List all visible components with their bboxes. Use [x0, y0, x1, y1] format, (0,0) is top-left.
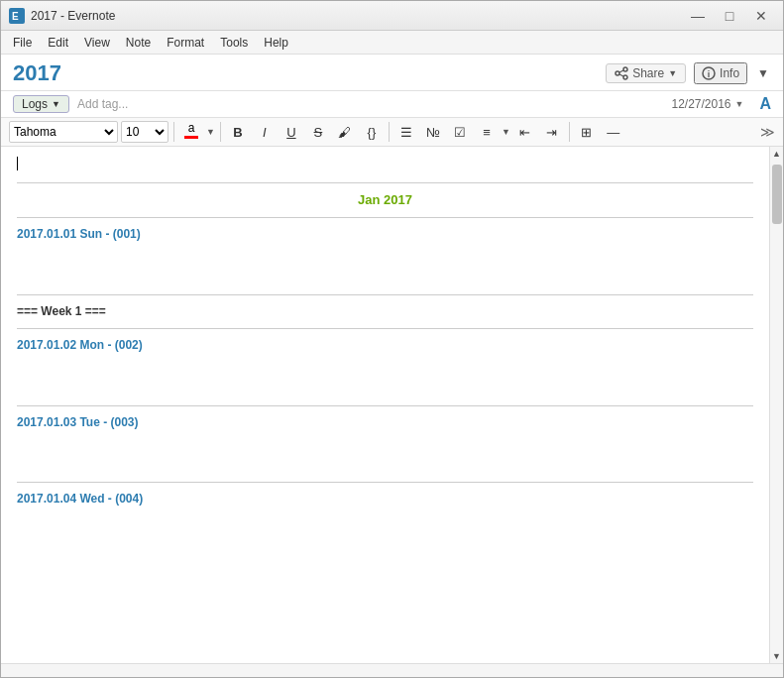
- font-size-icon[interactable]: A: [759, 95, 771, 113]
- bold-button[interactable]: B: [226, 121, 250, 143]
- color-dropdown-icon: ▼: [206, 127, 215, 137]
- scroll-up-arrow[interactable]: ▲: [770, 147, 784, 161]
- horizontal-scrollbar[interactable]: [1, 663, 783, 677]
- month-heading: Jan 2017: [17, 191, 753, 209]
- divider-003: [17, 482, 753, 483]
- minimize-button[interactable]: —: [684, 6, 712, 26]
- svg-line-6: [619, 74, 623, 76]
- info-button[interactable]: i Info: [694, 62, 747, 84]
- share-button[interactable]: Share ▼: [606, 63, 686, 83]
- bullet-list-button[interactable]: ☰: [394, 121, 418, 143]
- close-button[interactable]: ✕: [747, 6, 775, 26]
- text-cursor: [17, 157, 18, 170]
- svg-text:E: E: [12, 11, 19, 22]
- font-family-select[interactable]: Tahoma: [9, 121, 118, 143]
- menu-edit[interactable]: Edit: [40, 34, 76, 52]
- maximize-button[interactable]: □: [716, 6, 743, 26]
- divider-top: [17, 182, 753, 183]
- svg-point-3: [623, 75, 627, 79]
- code-button[interactable]: {}: [360, 121, 384, 143]
- title-bar: E 2017 - Evernote — □ ✕: [1, 1, 783, 31]
- day-002-heading: 2017.01.02 Mon - (002): [17, 337, 753, 354]
- day-004-heading: 2017.01.04 Wed - (004): [17, 491, 753, 508]
- horizontal-rule-button[interactable]: —: [602, 121, 625, 143]
- vertical-scrollbar[interactable]: ▲ ▼: [769, 147, 783, 663]
- divider-001: [17, 294, 753, 295]
- font-size-select[interactable]: 10: [121, 121, 168, 143]
- day-003-content[interactable]: [17, 434, 753, 474]
- menu-file[interactable]: File: [5, 34, 40, 52]
- formatting-toolbar: Tahoma 10 a ▼ B I U S 🖌 {} ☰ № ☑ ≡ ▼ ⇤ ⇥…: [1, 118, 783, 147]
- info-label: Info: [720, 66, 739, 80]
- toolbar-divider-2: [220, 122, 221, 142]
- day-004-content[interactable]: [17, 511, 753, 551]
- app-icon: E: [9, 8, 25, 24]
- table-button[interactable]: ⊞: [575, 121, 599, 143]
- scrollbar-thumb[interactable]: [772, 165, 782, 224]
- font-color-letter: a: [188, 121, 195, 135]
- svg-point-2: [623, 67, 627, 71]
- strikethrough-button[interactable]: S: [306, 121, 330, 143]
- divider-002: [17, 405, 753, 406]
- checkbox-button[interactable]: ☑: [448, 121, 472, 143]
- svg-text:i: i: [708, 69, 711, 79]
- toolbar-expand-button[interactable]: ≫: [760, 124, 775, 140]
- tag-chevron-icon: ▼: [52, 99, 60, 109]
- toolbar-divider-1: [173, 122, 174, 142]
- toolbar-divider-4: [569, 122, 570, 142]
- indent-decrease-button[interactable]: ⇤: [513, 121, 537, 143]
- color-bar: [184, 136, 198, 139]
- divider-after-month: [17, 217, 753, 218]
- tags-bar: Logs ▼ Add tag... 12/27/2016 ▼ A: [1, 91, 783, 118]
- add-tag-input[interactable]: Add tag...: [77, 97, 128, 111]
- menu-bar: File Edit View Note Format Tools Help: [1, 31, 783, 55]
- toolbar-divider-3: [389, 122, 390, 142]
- menu-tools[interactable]: Tools: [212, 34, 256, 52]
- day-002-content[interactable]: [17, 358, 753, 397]
- menu-view[interactable]: View: [76, 34, 118, 52]
- share-label: Share: [632, 66, 664, 80]
- window-title: 2017 - Evernote: [31, 9, 684, 23]
- header-actions: Share ▼ i Info ▼: [606, 62, 771, 84]
- align-chevron-icon: ▼: [502, 127, 510, 137]
- note-date-info: 12/27/2016 ▼: [671, 97, 743, 111]
- scroll-down-arrow[interactable]: ▼: [770, 649, 784, 663]
- note-header: 2017 Share ▼ i Info ▼: [1, 55, 783, 91]
- indent-increase-button[interactable]: ⇥: [540, 121, 564, 143]
- menu-format[interactable]: Format: [159, 34, 212, 52]
- week-1-heading: === Week 1 ===: [17, 303, 753, 320]
- tag-label: Logs: [22, 97, 48, 111]
- svg-line-5: [619, 70, 623, 72]
- menu-note[interactable]: Note: [118, 34, 159, 52]
- day-001-content[interactable]: [17, 247, 753, 286]
- info-circle-icon: i: [702, 66, 716, 80]
- underline-button[interactable]: U: [280, 121, 303, 143]
- editor-content[interactable]: Jan 2017 2017.01.01 Sun - (001) === Week…: [1, 147, 769, 663]
- share-icon: [615, 66, 628, 80]
- day-003-heading: 2017.01.03 Tue - (003): [17, 414, 753, 431]
- window-controls: — □ ✕: [684, 6, 775, 26]
- tag-logs[interactable]: Logs ▼: [13, 95, 69, 113]
- divider-week1: [17, 328, 753, 329]
- cursor-line: [17, 155, 753, 174]
- menu-help[interactable]: Help: [256, 34, 296, 52]
- date-chevron-icon: ▼: [735, 99, 744, 109]
- note-title: 2017: [13, 60, 61, 86]
- main-window: E 2017 - Evernote — □ ✕ File Edit View N…: [0, 0, 784, 678]
- more-button[interactable]: ▼: [755, 64, 771, 82]
- editor-wrapper: Jan 2017 2017.01.01 Sun - (001) === Week…: [1, 147, 783, 663]
- note-date: 12/27/2016: [671, 97, 730, 111]
- font-color-button[interactable]: a: [179, 121, 203, 143]
- share-chevron-icon: ▼: [668, 68, 677, 78]
- highlight-button[interactable]: 🖌: [333, 121, 357, 143]
- numbered-list-button[interactable]: №: [421, 121, 445, 143]
- align-button[interactable]: ≡: [475, 121, 499, 143]
- italic-button[interactable]: I: [253, 121, 277, 143]
- svg-point-4: [616, 71, 619, 75]
- day-001-heading: 2017.01.01 Sun - (001): [17, 226, 753, 243]
